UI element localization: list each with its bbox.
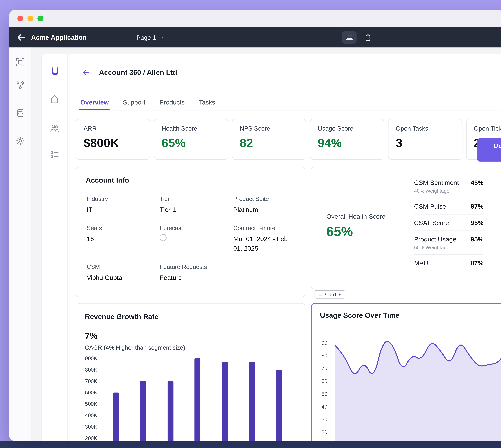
kpi-card-nps-score[interactable]: NPS Score 82 [232,119,306,160]
metric-value: 87% [471,259,484,267]
tab-tasks[interactable]: Tasks [198,98,216,110]
kpi-value: $800K [83,136,143,150]
app-sidebar [42,54,68,441]
kpi-label: NPS Score [240,125,299,132]
field-value: 16 [87,234,155,243]
field-label: Seats [87,225,160,232]
y-tick-label: 300K [76,424,97,430]
kpi-label: Usage Score [318,125,377,132]
metric-label: CSAT Score [414,219,449,226]
revenue-kpi: 7% [85,331,97,341]
field-value: IT [87,205,155,214]
revenue-bar [249,362,255,441]
field-label: Contract Tenure [233,225,296,232]
kpi-label: ARR [83,125,143,132]
card-icon [318,292,323,297]
overall-health-label: Overall Health Score [326,213,386,220]
field-product-suite: Product Suite Platinum [233,195,296,214]
field-value: Platinum [233,205,296,214]
background-bottom-strip [0,441,501,448]
card-title: Revenue Growth Rate [85,313,158,321]
back-icon[interactable] [16,32,27,43]
interaction-tooltip: Define Interaction Properties [477,138,501,161]
y-tick-label: 600K [76,390,97,395]
metric-value: 45% [471,179,484,186]
page-title: Account 360 / Allen Ltd [99,68,177,77]
y-tick-label: 90 [314,340,327,346]
field-contract-tenure: Contract Tenure Mar 01, 2024 - Feb 01, 2… [233,225,296,253]
field-label: Feature Requests [160,263,233,270]
metric-sub: 60% Weightage [414,245,484,250]
revenue-bar [222,362,227,441]
component-tree-icon[interactable] [16,80,25,90]
tab-products[interactable]: Products [159,98,186,110]
y-tick-label: 40 [314,404,327,409]
forecast-toggle[interactable] [160,234,167,241]
y-tick-label: 700K [76,378,97,384]
kpi-label: Health Score [162,125,221,132]
revenue-bar [140,381,146,441]
kpi-card-health-score[interactable]: Health Score 65% [154,119,228,160]
close-window-button[interactable] [17,16,23,21]
kpi-card-usage-score[interactable]: Usage Score 94% [310,119,385,160]
kpi-value: 65% [162,136,221,150]
metric-row: CSAT Score 95% [414,214,484,231]
app-name: Acme Application [31,34,87,41]
tab-overview[interactable]: Overview [80,98,110,110]
y-tick-label: 20 [314,430,327,435]
account-info-card[interactable]: Account Info Industry IT Tier Tier 1 Pro… [76,167,306,297]
app-tabs: Overview Support Products Tasks [76,98,501,111]
laptop-icon [345,33,353,41]
account-info-grid: Industry IT Tier Tier 1 Product Suite Pl… [87,195,296,282]
field-label: Industry [87,195,160,202]
field-label: Tier [160,195,233,202]
y-tick-label: 70 [314,366,327,371]
metric-label: MAU [414,259,428,267]
users-icon[interactable] [50,123,59,133]
field-value: Tier 1 [160,205,228,214]
toolbar-divider [129,33,129,42]
home-icon[interactable] [50,95,59,104]
metric-label: Product Usage [414,236,456,243]
maximize-window-button[interactable] [37,16,43,21]
metric-value: 95% [471,236,484,243]
tab-support[interactable]: Support [122,98,146,110]
task-list-icon[interactable] [50,150,59,160]
app-back-arrow-icon[interactable] [82,68,91,77]
field-industry: Industry IT [87,195,160,214]
field-value: Mar 01, 2024 - Feb 01, 2025 [233,234,296,253]
field-label: Product Suite [233,195,296,202]
clipboard-icon[interactable] [362,32,374,43]
metric-row: Product Usage 95% 60% Weightage [414,231,484,255]
metric-sub: 40% Weightage [414,188,484,193]
metric-label: CSM Pulse [414,203,446,210]
desktop-view-button[interactable] [342,31,357,44]
usage-score-card[interactable]: Usage Score Over Time 9080706050403020 [311,303,501,441]
database-icon[interactable] [16,108,25,118]
y-tick-label: 60 [314,378,327,384]
overall-health-block: Overall Health Score 65% [326,213,386,239]
field-label: CSM [87,263,160,270]
settings-gear-icon[interactable] [16,136,25,146]
artboard-tool-icon[interactable] [16,58,25,67]
field-value: Feature [160,273,228,282]
card-title: Account Info [86,176,129,184]
field-seats: Seats 16 [87,225,160,253]
card-title: Usage Score Over Time [320,311,399,320]
page-selector[interactable]: Page 1 [136,34,164,41]
kpi-card-arr[interactable]: ARR $800K [76,119,150,160]
app-window: Acme Application Page 1 100% [9,10,501,441]
builder-left-rail [9,48,32,441]
kpi-label: Open Tasks [396,125,455,132]
widget-tag-label: Card_9 [325,292,341,297]
canvas-workspace: Account 360 / Allen Ltd Overview Support… [32,48,501,441]
health-score-card[interactable]: Overall Health Score 65% CSM Sentiment 4… [311,167,501,289]
y-tick-label: 800K [76,367,97,372]
kpi-label: Open Tickets [474,125,501,132]
field-tier: Tier Tier 1 [160,195,233,214]
usage-line-svg [333,338,501,441]
kpi-card-open-tasks[interactable]: Open Tasks 3 [388,119,463,160]
revenue-growth-card[interactable]: Revenue Growth Rate 7% CAGR (4% Higher t… [76,303,306,441]
widget-tag[interactable]: Card_9 [315,290,345,299]
minimize-window-button[interactable] [27,16,33,21]
